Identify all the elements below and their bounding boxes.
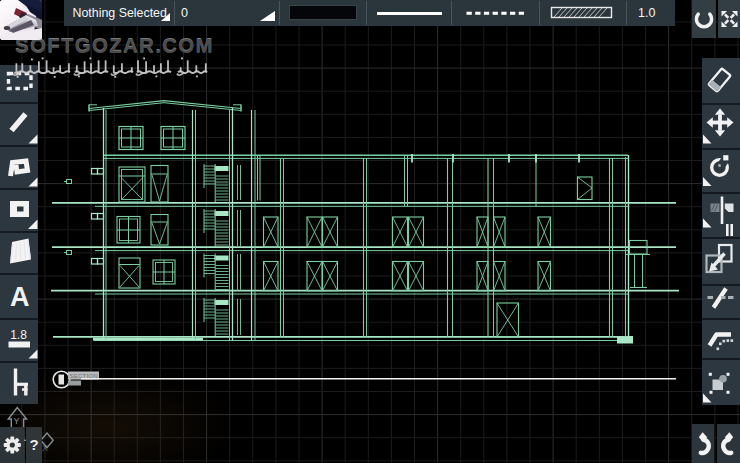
svg-text:X: X <box>42 443 48 453</box>
svg-text:SECTION: SECTION <box>70 373 98 379</box>
svg-text:Y: Y <box>14 416 20 426</box>
